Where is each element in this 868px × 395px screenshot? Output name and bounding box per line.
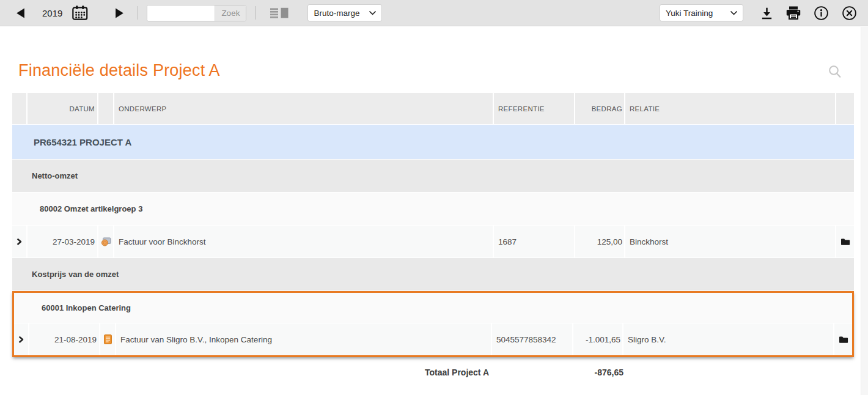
info-button[interactable]: [812, 4, 830, 22]
header-referentie: REFERENTIE: [494, 93, 575, 124]
sales-invoice-icon: [98, 226, 114, 257]
layout-toggle-icon: [270, 7, 289, 18]
entry-reference: 5045577858342: [492, 323, 573, 355]
next-arrow-icon: [115, 8, 124, 18]
entry-subject[interactable]: Factuur van Sligro B.V., Inkopen Caterin…: [116, 323, 492, 355]
account-row-60001: 60001 Inkopen Catering: [14, 293, 852, 323]
printer-icon: [786, 6, 801, 20]
account-row-80002: 80002 Omzet artikelgroep 3: [12, 193, 854, 226]
group-row-kostprijs: Kostprijs van de omzet: [12, 258, 854, 291]
main-content: Financiële details Project A DATUM ONDER…: [0, 26, 856, 388]
close-icon: [842, 6, 857, 21]
project-total-row: Totaal Project A -876,65: [12, 357, 854, 388]
header-bedrag: BEDRAG: [575, 93, 625, 124]
info-icon: [814, 6, 829, 21]
administration-select[interactable]: Yuki Training: [660, 4, 743, 21]
purchase-invoice-icon: [100, 323, 116, 355]
project-title: PR654321 PROJECT A: [34, 137, 131, 147]
toolbar: 2019 Zoek: [0, 0, 868, 26]
next-year-button[interactable]: [114, 7, 125, 20]
entry-date: 27-03-2019: [28, 226, 98, 257]
folder-icon: [839, 336, 848, 344]
view-mode-select[interactable]: Bruto-marge: [307, 4, 382, 21]
toolbar-separator: [138, 6, 138, 20]
total-label: Totaal Project A: [12, 367, 494, 377]
header-relatie: RELATIE: [625, 93, 836, 124]
entry-relation[interactable]: Sligro B.V.: [623, 323, 834, 355]
group-label: Kostprijs van de omzet: [32, 270, 119, 279]
entry-relation[interactable]: Binckhorst: [625, 226, 836, 257]
year-label: 2019: [42, 8, 62, 18]
expand-row-button[interactable]: [14, 323, 29, 355]
search-box: Zoek: [147, 5, 246, 21]
header-folder-col: [836, 93, 854, 124]
financial-details-table: DATUM ONDERWERP REFERENTIE BEDRAG RELATI…: [12, 93, 854, 388]
header-datum: DATUM: [28, 93, 98, 124]
administration-value: Yuki Training: [666, 9, 713, 18]
transaction-row[interactable]: 27-03-2019 Factuur voor Binckhorst 1687 …: [12, 226, 854, 258]
open-document-button[interactable]: [834, 323, 852, 355]
entry-amount: -1.001,65: [573, 323, 623, 355]
open-document-button[interactable]: [836, 226, 854, 257]
toolbar-right-icons: [759, 4, 858, 22]
header-icon-col: [98, 93, 114, 124]
chevron-right-icon: [17, 238, 22, 246]
total-amount: -876,65: [494, 367, 625, 377]
entry-date: 21-08-2019: [29, 323, 100, 355]
search-button[interactable]: Zoek: [215, 6, 246, 21]
chevron-down-icon: [369, 11, 376, 15]
table-header-row: DATUM ONDERWERP REFERENTIE BEDRAG RELATI…: [12, 93, 854, 125]
entry-reference: 1687: [494, 226, 575, 257]
account-label: 60001 Inkopen Catering: [42, 303, 131, 312]
view-mode-value: Bruto-marge: [314, 9, 359, 18]
search-input[interactable]: [147, 6, 215, 21]
calendar-icon: [72, 6, 88, 20]
entry-subject[interactable]: Factuur voor Binckhorst: [114, 226, 494, 257]
calendar-button[interactable]: [71, 4, 89, 21]
transaction-row[interactable]: 21-08-2019 Factuur van Sligro B.V., Inko…: [14, 323, 852, 355]
search-icon[interactable]: [828, 64, 842, 79]
entry-amount: 125,00: [575, 226, 625, 257]
download-button[interactable]: [759, 6, 774, 21]
prev-year-button[interactable]: [15, 7, 26, 20]
folder-icon: [840, 238, 850, 246]
group-label: Netto-omzet: [32, 171, 78, 180]
page-title: Financiële details Project A: [18, 61, 220, 80]
toolbar-separator: [255, 6, 256, 20]
download-icon: [760, 7, 773, 20]
print-button[interactable]: [785, 5, 802, 21]
vertical-scrollbar[interactable]: [861, 27, 868, 395]
header-expand-col: [12, 93, 28, 124]
expand-row-button[interactable]: [12, 226, 28, 257]
project-header-row[interactable]: PR654321 PROJECT A: [12, 125, 854, 160]
chevron-right-icon: [18, 336, 24, 344]
layout-toggle-button[interactable]: [269, 6, 290, 20]
prev-arrow-icon: [16, 8, 25, 18]
account-label: 80002 Omzet artikelgroep 3: [40, 204, 142, 213]
highlighted-section: 60001 Inkopen Catering 21-08-2019: [12, 291, 854, 357]
group-row-netto-omzet: Netto-omzet: [12, 160, 854, 193]
yuki-app: 2019 Zoek: [0, 0, 868, 388]
header-onderwerp: ONDERWERP: [114, 93, 494, 124]
close-button[interactable]: [840, 4, 858, 22]
chevron-down-icon: [730, 11, 737, 15]
